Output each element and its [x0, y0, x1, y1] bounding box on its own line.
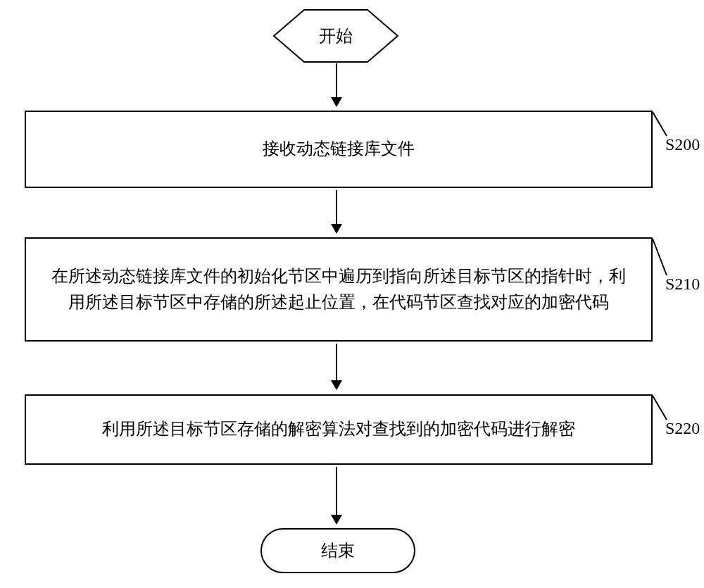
flowchart-diagram: 开始 接收动态链接库文件 S200 在所述动态链接库文件的初始化节区中遍历到指向… [0, 0, 704, 588]
start-node: 开始 [272, 8, 399, 63]
process-step-2: 在所述动态链接库文件的初始化节区中遍历到指向所述目标节区的指针时，利用所述目标节… [25, 237, 653, 342]
arrow-connector [336, 63, 337, 106]
svg-line-3 [653, 396, 667, 420]
process-step-3-text: 利用所述目标节区存储的解密算法对查找到的加密代码进行解密 [102, 416, 575, 442]
arrow-connector [336, 344, 337, 389]
process-step-1: 接收动态链接库文件 [25, 111, 653, 188]
connector-line [651, 394, 668, 421]
process-step-3: 利用所述目标节区存储的解密算法对查找到的加密代码进行解密 [25, 394, 653, 465]
arrow-connector [336, 190, 337, 232]
process-step-1-text: 接收动态链接库文件 [263, 136, 415, 162]
process-step-2-text: 在所述动态链接库文件的初始化节区中遍历到指向所述目标节区的指针时，利用所述目标节… [47, 263, 630, 315]
step-label-1: S200 [665, 135, 700, 154]
end-node: 结束 [260, 528, 415, 573]
svg-line-1 [653, 112, 667, 136]
svg-line-2 [653, 239, 667, 275]
start-label: 开始 [272, 8, 399, 63]
arrow-connector [336, 467, 337, 523]
connector-line [651, 237, 668, 277]
step-label-2: S210 [665, 275, 700, 294]
connector-line [651, 111, 668, 137]
end-label: 结束 [321, 539, 355, 562]
step-label-3: S220 [665, 419, 700, 438]
